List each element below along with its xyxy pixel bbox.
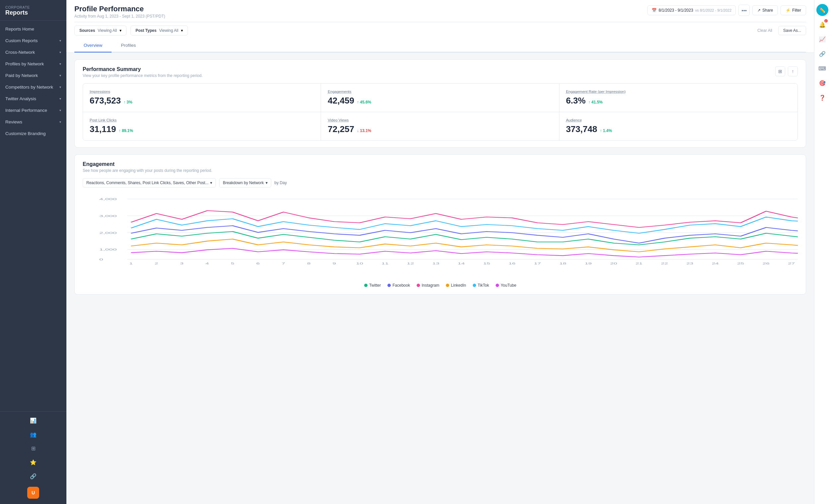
save-as-button[interactable]: Save As... xyxy=(778,26,806,35)
metric-change-engagement-rate: 41.5% xyxy=(588,100,603,104)
sidebar-item-label-twitter-analysis: Twitter Analysis xyxy=(5,96,36,101)
tab-profiles[interactable]: Profiles xyxy=(111,39,145,53)
sidebar-item-custom-reports[interactable]: Custom Reports ▾ xyxy=(0,35,66,46)
breakdown-select[interactable]: Breakdown by Network ▾ xyxy=(219,178,271,188)
metric-value-row-video-views: 72,257 13.1% xyxy=(328,124,552,134)
metric-value-impressions: 673,523 xyxy=(90,96,121,106)
user-avatar[interactable]: U xyxy=(27,487,39,499)
post-types-chevron-icon: ▾ xyxy=(181,28,183,33)
legend-item-facebook: Facebook xyxy=(387,283,410,288)
metric-cell-video-views: Video Views 72,257 13.1% xyxy=(321,112,559,140)
sources-label: Sources xyxy=(79,28,95,33)
sidebar-icon-chart[interactable]: 📊 xyxy=(27,414,39,426)
tab-overview[interactable]: Overview xyxy=(74,39,111,53)
post-types-value: Viewing All xyxy=(159,28,178,33)
legend-dot-tiktok xyxy=(473,284,476,287)
content-area: Performance Summary View your key profil… xyxy=(66,53,814,504)
sidebar-chevron-icon: ▾ xyxy=(59,97,61,101)
metrics-select-chevron-icon: ▾ xyxy=(210,180,212,185)
svg-text:2,000: 2,000 xyxy=(99,231,117,235)
metric-cell-post-link-clicks: Post Link Clicks 31,119 89.1% xyxy=(83,112,321,140)
legend-item-linkedin: LinkedIn xyxy=(446,283,466,288)
sidebar-chevron-icon: ▾ xyxy=(59,120,61,124)
date-range-value: 8/1/2023 - 9/1/2023 xyxy=(659,8,693,12)
performance-summary-subtitle: View your key profile performance metric… xyxy=(83,73,202,78)
legend-dot-youtube xyxy=(496,284,499,287)
engagement-title-group: Engagement See how people are engaging w… xyxy=(83,161,212,173)
sidebar-item-twitter-analysis[interactable]: Twitter Analysis ▾ xyxy=(0,93,66,104)
metric-value-row-audience: 373,748 1.4% xyxy=(566,124,791,134)
sidebar-icon-people[interactable]: 👥 xyxy=(27,428,39,440)
post-types-filter[interactable]: Post Types Viewing All ▾ xyxy=(130,26,188,35)
svg-text:8: 8 xyxy=(307,262,311,265)
svg-text:Aug: Aug xyxy=(461,265,474,266)
notifications-button[interactable]: 🔔 2 xyxy=(817,19,828,31)
more-options-button[interactable]: ••• xyxy=(738,5,749,16)
right-panel: ✏️ 🔔 2 📈 🔗 ⌨ 🎯 ❓ xyxy=(814,0,830,504)
edit-button[interactable]: ✏️ xyxy=(817,4,828,16)
metric-value-row-impressions: 673,523 3% xyxy=(90,96,314,106)
sidebar-item-profiles-by-network[interactable]: Profiles by Network ▾ xyxy=(0,58,66,70)
svg-text:17: 17 xyxy=(534,262,541,265)
sidebar-brand: Corporate Reports xyxy=(0,0,66,21)
sources-filter[interactable]: Sources Viewing All ▾ xyxy=(74,26,127,35)
svg-text:2: 2 xyxy=(155,262,158,265)
sidebar-icon-star[interactable]: ⭐ xyxy=(27,456,39,468)
date-range-button[interactable]: 📅 8/1/2023 - 9/1/2023 vs 8/1/2022 - 9/1/… xyxy=(647,5,736,15)
sidebar-icon-grid[interactable]: ⊞ xyxy=(27,442,39,454)
grid-view-button[interactable]: ⊞ xyxy=(775,66,785,76)
sidebar-item-label-group: Twitter Analysis xyxy=(5,96,36,101)
metrics-select[interactable]: Reactions, Comments, Shares, Post Link C… xyxy=(83,178,216,188)
breakdown-select-chevron-icon: ▾ xyxy=(265,180,267,185)
sidebar-nav: Reports Home Custom Reports ▾ Cross-Netw… xyxy=(0,21,66,411)
sidebar-item-reviews[interactable]: Reviews ▾ xyxy=(0,116,66,128)
svg-text:4: 4 xyxy=(205,262,209,265)
sidebar-item-label-competitors-by-network: Competitors by Network xyxy=(5,85,53,90)
svg-text:24: 24 xyxy=(712,262,719,265)
chart-legend: Twitter Facebook Instagram LinkedIn TikT… xyxy=(83,283,798,288)
filter-button[interactable]: ⚡ Filter xyxy=(780,5,806,15)
engagement-header: Engagement See how people are engaging w… xyxy=(83,161,798,173)
engagement-filters: Reactions, Comments, Shares, Post Link C… xyxy=(83,178,798,188)
legend-item-twitter: Twitter xyxy=(364,283,381,288)
keyboard-button[interactable]: ⌨ xyxy=(817,62,828,74)
legend-item-instagram: Instagram xyxy=(417,283,439,288)
filter-label: Filter xyxy=(792,8,801,12)
metric-cell-engagements: Engagements 42,459 45.6% xyxy=(321,83,559,112)
sidebar-item-competitors-by-network[interactable]: Competitors by Network ▾ xyxy=(0,81,66,93)
sidebar-chevron-icon: ▾ xyxy=(59,85,61,89)
sidebar-item-reports-home[interactable]: Reports Home xyxy=(0,23,66,35)
svg-text:25: 25 xyxy=(737,262,744,265)
metric-value-audience: 373,748 xyxy=(566,124,597,134)
calendar-icon: 📅 xyxy=(652,8,657,12)
legend-label-twitter: Twitter xyxy=(369,283,381,288)
sidebar-item-label-profiles-by-network: Profiles by Network xyxy=(5,61,44,66)
by-day-label: by Day xyxy=(275,180,287,185)
metric-value-engagements: 42,459 xyxy=(328,96,354,106)
legend-dot-twitter xyxy=(364,284,368,287)
sidebar-icon-users[interactable]: 🔗 xyxy=(27,470,39,482)
engagement-chart-area: 4,000 3,000 2,000 1,000 0 xyxy=(83,193,798,279)
link-button[interactable]: 🔗 xyxy=(817,48,828,60)
engagement-card: Engagement See how people are engaging w… xyxy=(74,154,806,295)
sidebar-item-internal-performance[interactable]: Internal Performance ▾ xyxy=(0,104,66,116)
post-types-label: Post Types xyxy=(135,28,156,33)
clear-all-button[interactable]: Clear All xyxy=(754,26,775,35)
svg-text:6: 6 xyxy=(256,262,260,265)
legend-dot-facebook xyxy=(387,284,391,287)
tabs-bar: OverviewProfiles xyxy=(74,39,806,53)
notification-badge: 2 xyxy=(824,19,828,23)
svg-text:15: 15 xyxy=(483,262,490,265)
share-button[interactable]: ↗ Share xyxy=(752,5,778,15)
share-icon: ↗ xyxy=(757,8,761,12)
analytics-button[interactable]: 📈 xyxy=(817,33,828,45)
sidebar-item-paid-by-network[interactable]: Paid by Network ▾ xyxy=(0,70,66,81)
sidebar-item-cross-network[interactable]: Cross-Network ▾ xyxy=(0,46,66,58)
help-button[interactable]: ❓ xyxy=(817,92,828,103)
metric-label-video-views: Video Views xyxy=(328,118,552,122)
metric-change-impressions: 3% xyxy=(124,100,132,104)
target-button[interactable]: 🎯 xyxy=(817,77,828,89)
svg-text:5: 5 xyxy=(231,262,234,265)
sidebar-item-customize-branding[interactable]: Customize Branding xyxy=(0,128,66,139)
upload-button[interactable]: ↑ xyxy=(788,66,798,76)
